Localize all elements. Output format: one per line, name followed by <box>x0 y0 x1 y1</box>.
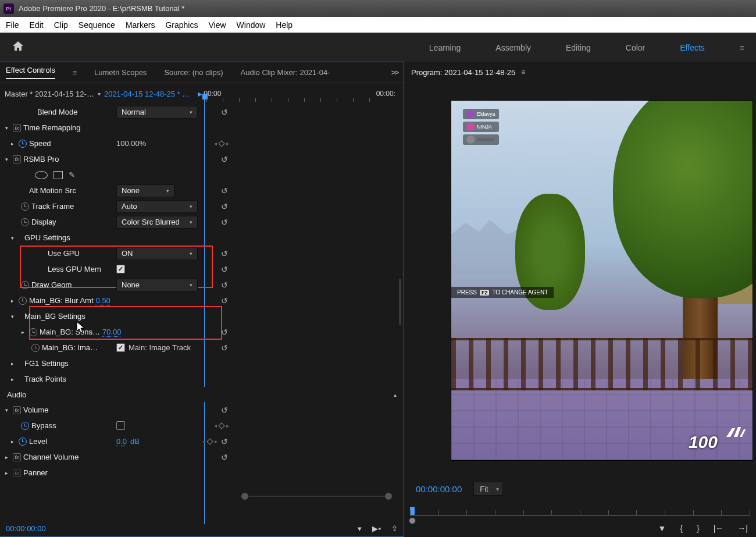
program-scrubber[interactable] <box>410 504 750 521</box>
disclosure-arrow[interactable]: ▾ <box>2 125 10 131</box>
fx-icon[interactable]: fx <box>13 406 21 414</box>
reset-icon[interactable]: ↺ <box>220 343 229 353</box>
panel-menu-icon[interactable]: ≡ <box>73 69 77 77</box>
stopwatch-icon[interactable] <box>21 202 29 211</box>
home-icon[interactable] <box>12 40 24 55</box>
stopwatch-icon[interactable] <box>19 297 27 305</box>
mark-in-icon[interactable]: ▼ <box>658 524 666 533</box>
reset-icon[interactable]: ↺ <box>220 108 229 117</box>
menu-edit[interactable]: Edit <box>30 20 44 30</box>
stopwatch-icon[interactable] <box>31 344 40 352</box>
stopwatch-icon[interactable] <box>19 438 27 446</box>
go-to-in-icon[interactable]: } <box>697 524 700 533</box>
menu-view[interactable]: View <box>208 20 226 30</box>
reset-icon[interactable]: ↺ <box>220 249 229 258</box>
filter-icon[interactable]: ▾ <box>358 524 362 533</box>
menu-markers[interactable]: Markers <box>126 20 155 30</box>
disclosure-arrow[interactable]: ▸ <box>8 439 16 444</box>
disclosure-arrow[interactable]: ▸ <box>8 298 16 304</box>
menu-help[interactable]: Help <box>276 20 293 30</box>
step-back-icon[interactable]: |← <box>714 524 724 533</box>
disclosure-arrow[interactable]: ▸ <box>2 470 10 476</box>
stopwatch-icon[interactable] <box>19 140 27 148</box>
bg-sens-value[interactable]: 70.00 <box>102 328 122 336</box>
disclosure-arrow[interactable]: ▸ <box>8 361 16 367</box>
image-track-checkbox[interactable]: ✓ <box>116 343 125 352</box>
workspace-editing[interactable]: Editing <box>566 43 591 52</box>
menu-clip[interactable]: Clip <box>54 20 68 30</box>
reset-icon[interactable]: ↺ <box>220 202 229 211</box>
effect-controls-timeline[interactable]: ▶ 00:00 00:00: <box>198 83 399 104</box>
disclosure-arrow[interactable]: ▾ <box>2 157 10 162</box>
workspace-color[interactable]: Color <box>626 43 645 52</box>
fx-icon[interactable]: fx <box>13 124 21 132</box>
timecode-display[interactable]: 00:00:00:00 <box>6 524 46 533</box>
reset-icon[interactable]: ↺ <box>220 280 229 290</box>
play-only-icon[interactable]: ▶▪ <box>372 524 381 533</box>
mask-ellipse-icon[interactable] <box>35 171 48 179</box>
mask-rect-icon[interactable] <box>54 171 63 179</box>
display-dropdown[interactable]: Color Src Blurred▾ <box>116 216 198 229</box>
keyframe-nav[interactable]: ◂▸ <box>214 422 229 429</box>
program-preview[interactable]: Eklavya NINJA PRESS F2 TO CHANGE AGENT 1… <box>451 100 753 461</box>
reset-icon[interactable]: ↺ <box>220 328 229 337</box>
disclosure-arrow[interactable]: ▸ <box>8 141 16 147</box>
reset-icon[interactable]: ↺ <box>220 218 229 227</box>
reset-icon[interactable]: ↺ <box>220 296 229 305</box>
draw-geom-dropdown[interactable]: None▾ <box>116 279 198 291</box>
tab-audio-mixer[interactable]: Audio Clip Mixer: 2021-04- <box>241 68 330 77</box>
level-value[interactable]: 0.0 <box>116 437 127 446</box>
stopwatch-icon[interactable] <box>21 422 29 430</box>
menu-graphics[interactable]: Graphics <box>165 20 198 30</box>
stopwatch-icon[interactable] <box>29 328 37 336</box>
tab-source[interactable]: Source: (no clips) <box>164 68 223 77</box>
speed-value[interactable]: 100.00% <box>116 139 146 148</box>
blend-mode-dropdown[interactable]: Normal▾ <box>116 106 198 119</box>
reset-icon[interactable]: ↺ <box>220 406 229 415</box>
active-clip-label[interactable]: 2021-04-15 12-48-25 * … <box>104 90 190 98</box>
play-icon[interactable]: ▶ <box>198 91 202 97</box>
workspace-effects[interactable]: Effects <box>680 43 705 52</box>
disclosure-arrow[interactable]: ▾ <box>8 235 16 241</box>
disclosure-arrow[interactable]: ▸ <box>19 329 27 335</box>
zoom-dropdown[interactable]: Fit <box>473 482 502 496</box>
keyframe-nav[interactable]: ◂▸ <box>214 140 229 147</box>
tab-lumetri-scopes[interactable]: Lumetri Scopes <box>94 68 147 77</box>
mark-out-icon[interactable]: { <box>680 524 683 533</box>
fx-icon[interactable]: fx <box>13 155 21 163</box>
disclosure-arrow[interactable]: ▸ <box>8 376 16 382</box>
workspace-menu-icon[interactable]: ≡ <box>740 43 744 52</box>
keyframe-nav[interactable]: ◂▸ <box>202 437 217 446</box>
workspace-assembly[interactable]: Assembly <box>495 43 531 52</box>
tab-effect-controls[interactable]: Effect Controls <box>6 66 55 79</box>
reset-icon[interactable]: ↺ <box>220 265 229 274</box>
export-icon[interactable]: ⇪ <box>391 524 398 533</box>
reset-icon[interactable]: ↺ <box>220 186 229 195</box>
fx-icon[interactable]: fx <box>13 469 21 477</box>
menu-window[interactable]: Window <box>237 20 266 30</box>
disclosure-arrow[interactable]: ▸ <box>2 454 10 460</box>
stopwatch-icon[interactable] <box>21 281 29 289</box>
timeline-scrollbar[interactable] <box>241 494 392 499</box>
step-fwd-icon[interactable]: →| <box>737 524 748 533</box>
use-gpu-dropdown[interactable]: ON▾ <box>116 247 198 260</box>
panel-menu-icon[interactable]: ≡ <box>521 68 525 76</box>
disclosure-arrow[interactable]: ▾ <box>2 407 10 413</box>
fx-icon[interactable]: fx <box>13 453 21 461</box>
mask-pen-icon[interactable]: ✎ <box>69 170 75 179</box>
overflow-icon[interactable]: >> <box>391 68 398 77</box>
program-timecode[interactable]: 00:00:00:00 <box>416 484 462 494</box>
reset-icon[interactable]: ↺ <box>220 453 229 462</box>
disclosure-arrow[interactable]: ▾ <box>8 314 16 319</box>
menu-file[interactable]: File <box>6 20 19 30</box>
reset-icon[interactable]: ↺ <box>220 155 229 164</box>
reset-icon[interactable]: ↺ <box>220 437 229 446</box>
less-gpu-mem-checkbox[interactable]: ✓ <box>116 265 125 273</box>
chevron-down-icon[interactable]: ▾ <box>98 91 101 97</box>
workspace-learning[interactable]: Learning <box>429 43 461 52</box>
master-clip-label[interactable]: Master * 2021-04-15 12-… <box>5 90 94 98</box>
alt-motion-dropdown[interactable]: None▾ <box>116 184 174 197</box>
stopwatch-icon[interactable] <box>21 218 29 226</box>
collapse-icon[interactable]: ▴ <box>394 392 397 398</box>
blur-amt-value[interactable]: 0.50 <box>96 296 110 305</box>
